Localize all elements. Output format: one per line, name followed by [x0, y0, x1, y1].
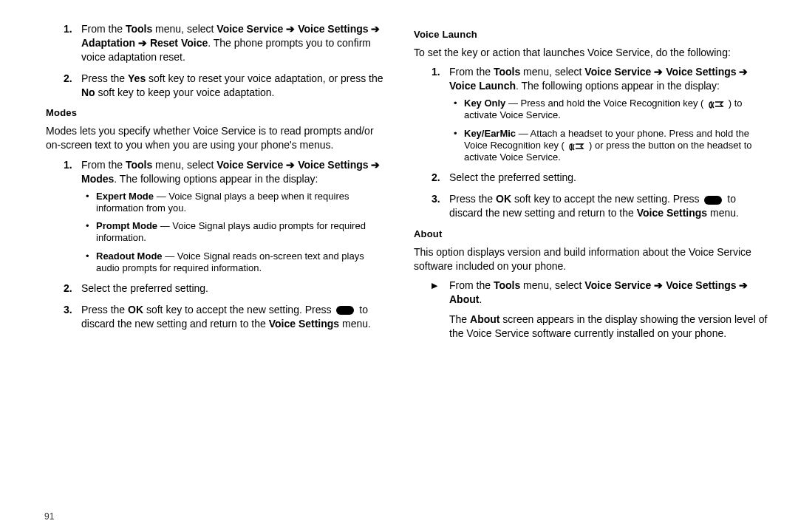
about-result: The About screen appears in the display …	[449, 313, 768, 341]
heading-voice-launch: Voice Launch	[414, 28, 768, 41]
bullet-item: Expert Mode — Voice Signal plays a beep …	[96, 191, 384, 215]
voice-recognition-key-icon	[708, 100, 724, 109]
list-item: Select the preferred setting.	[449, 171, 768, 185]
list-item: Press the OK soft key to accept the new …	[449, 192, 768, 220]
mode-bullets: Expert Mode — Voice Signal plays a beep …	[81, 191, 384, 275]
hardware-button-icon	[336, 306, 354, 315]
modes-intro: Modes lets you specify whether Voice Ser…	[46, 124, 384, 152]
bullet-item: Readout Mode — Voice Signal reads on-scr…	[96, 250, 384, 275]
step-text: From the Tools menu, select Voice Servic…	[81, 159, 381, 185]
step-text: Press the OK soft key to accept the new …	[449, 193, 739, 219]
about-intro: This option displays version and build i…	[414, 245, 768, 273]
right-column: Voice Launch To set the key or action th…	[414, 22, 768, 348]
hardware-button-icon	[704, 196, 722, 205]
list-item: From the Tools menu, select Voice Servic…	[449, 279, 768, 341]
step-text: From the Tools menu, select Voice Servic…	[81, 23, 381, 63]
voice-recognition-key-icon	[568, 142, 584, 151]
bullet-item: Prompt Mode — Voice Signal plays audio p…	[96, 220, 384, 245]
list-item: Press the Yes soft key to reset your voi…	[81, 72, 384, 100]
launch-bullets: Key Only — Press and hold the Voice Reco…	[449, 98, 768, 163]
launch-steps: From the Tools menu, select Voice Servic…	[414, 65, 768, 220]
modes-steps: From the Tools menu, select Voice Servic…	[30, 158, 384, 331]
bullet-item: Key Only — Press and hold the Voice Reco…	[464, 98, 768, 122]
step-text: Press the OK soft key to accept the new …	[81, 304, 371, 330]
list-item: Select the preferred setting.	[81, 282, 384, 296]
heading-about: About	[414, 228, 768, 241]
step-text: From the Tools menu, select Voice Servic…	[449, 66, 748, 92]
step-text: Select the preferred setting.	[81, 282, 208, 294]
heading-modes: Modes	[46, 106, 384, 120]
list-item: Press the OK soft key to accept the new …	[81, 303, 384, 331]
page-number: 91	[44, 511, 54, 522]
about-steps: From the Tools menu, select Voice Servic…	[414, 279, 768, 341]
list-item: From the Tools menu, select Voice Servic…	[81, 22, 384, 64]
bullet-item: Key/EarMic — Attach a headset to your ph…	[464, 128, 768, 164]
list-item: From the Tools menu, select Voice Servic…	[81, 158, 384, 274]
step-text: Select the preferred setting.	[449, 171, 576, 183]
columns: From the Tools menu, select Voice Servic…	[30, 22, 768, 348]
step-text: Press the Yes soft key to reset your voi…	[81, 72, 383, 98]
list-item: From the Tools menu, select Voice Servic…	[449, 65, 768, 163]
manual-page: From the Tools menu, select Voice Servic…	[0, 0, 798, 532]
reset-steps: From the Tools menu, select Voice Servic…	[30, 22, 384, 99]
step-text: From the Tools menu, select Voice Servic…	[449, 279, 748, 305]
left-column: From the Tools menu, select Voice Servic…	[30, 22, 384, 348]
launch-intro: To set the key or action that launches V…	[414, 46, 768, 60]
